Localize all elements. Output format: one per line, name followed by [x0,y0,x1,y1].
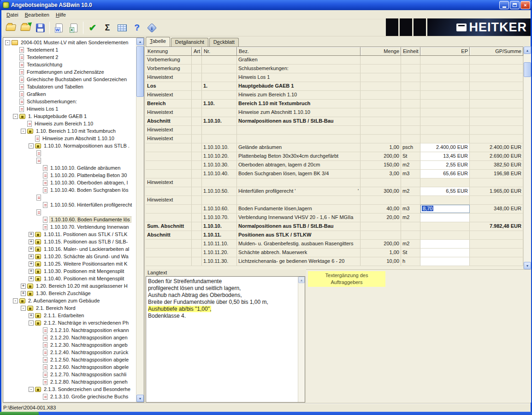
cell-ep-input[interactable] [420,108,470,117]
tree-item[interactable]: 2. Außenanlagen zum Gebäude [3,297,136,304]
table-grid-icon[interactable] [115,21,129,35]
table-row[interactable]: 1.10.10.70. Verblendung Innenwand VHSV 2… [146,213,523,222]
tree-item[interactable]: 1.10.16. Maler- und Lackierarbeiten al [3,245,136,253]
save-icon[interactable] [33,21,47,35]
cell-ep-input[interactable] [420,231,470,239]
tree-item[interactable]: Tabulatoren und Tabellen [3,83,136,90]
cell-ep-input[interactable]: 2,55 EUR [420,161,470,169]
tree-expander-icon[interactable] [21,291,26,296]
cell-ep-input[interactable]: 13,45 EUR [420,152,470,160]
tree-item[interactable]: 2.1.2.60. Nachtragsposition abgele [3,363,136,371]
table-row[interactable]: 1.10.10.50. Hinterfüllen profilgerecht '… [146,187,523,196]
tree-expander-icon[interactable] [29,261,34,267]
table-row[interactable]: Hinweistext [146,135,523,143]
tree-item[interactable]: 2.1.3.10. Große griechische Buchs [3,393,136,400]
tree-item[interactable]: Formatierungen und Zeichensätze [3,68,136,76]
tab[interactable]: Deckblatt [209,38,239,47]
menu-item[interactable]: Hilfe [53,11,69,18]
tree-expander-icon[interactable] [29,276,34,281]
scroll-up-icon[interactable]: ▲ [524,47,531,54]
tree-expander-icon[interactable] [29,239,34,244]
tree-item[interactable]: 1.10.10.50. Hinterfüllen profilgerecht [3,201,136,208]
table-row[interactable]: 1.10.10.20. Plattenbelag Beton 30x30x4cm… [146,152,523,161]
langtext-scrollbar[interactable]: ▲ [298,277,305,402]
scroll-down-icon[interactable]: ▼ [136,395,144,402]
tree-item[interactable]: 2.1.2. Nachträge in verschiedenen Ph [3,319,136,326]
tree-item[interactable]: 1.10.20. Schächte als Grund- und Wa [3,253,136,260]
cell-ep-input[interactable] [420,178,470,187]
tree-expander-icon[interactable] [13,114,18,119]
table-row[interactable]: Hinweistext [146,126,523,135]
tree-item[interactable] [3,194,136,201]
tree-item[interactable]: 1.10.15. Positionen aus STLB / StLB- [3,238,136,245]
table-row[interactable]: Hinweistext Hinweise zum Abschnitt 1.10.… [146,108,523,117]
tree-expander-icon[interactable] [29,247,34,252]
tree-item[interactable]: Schlussbemerkungen: [3,98,136,105]
table-row[interactable]: Hinweistext Hinweis zum Bereich 1.10 [146,91,523,100]
cell-ep-input[interactable] [420,100,470,108]
tree-item[interactable]: 2.1.2.10. Nachtragsposition erkann [3,326,136,334]
cell-ep-input[interactable] [420,257,470,266]
cell-ep-input[interactable] [420,249,470,257]
tree-item[interactable]: 2.1.2.80. Nachtragsposition geneh [3,378,136,385]
tree-item[interactable]: 1. Hauptgebäude GAEB 1 [3,113,136,120]
cell-ep-input[interactable]: 6,55 EUR [420,187,470,196]
col-header-gp[interactable]: GP/Summe [470,47,523,55]
tree-scrollbar[interactable]: ▲ ▼ [136,38,144,402]
tab[interactable]: Tabelle [146,37,170,47]
tree-expander-icon[interactable] [21,306,26,311]
scroll-thumb[interactable] [136,46,144,97]
col-header-art[interactable]: Art [192,47,202,55]
col-header-einheit[interactable]: Einheit [401,47,420,55]
table-row[interactable]: 1.10.11.20. Schächte abbrech. Mauerwerk … [146,249,523,257]
tree-item[interactable]: 1.10.10.40. Boden Suchgraben lös [3,186,136,194]
scroll-up-icon[interactable]: ▲ [136,38,144,45]
tree-expander-icon[interactable] [29,320,34,326]
tree-item[interactable]: 1.10.10.10. Gelände abräumen [3,164,136,172]
info-diamond-icon[interactable]: i [145,21,159,35]
cell-ep-input[interactable] [420,56,470,64]
cell-ep-input[interactable]: 8,70 [420,205,470,213]
table-row[interactable]: Abschnitt 1.10.11. Positionen aus STLK /… [146,231,523,240]
cell-ep-input[interactable]: 65,66 EUR [420,170,470,178]
tree-item[interactable]: Textausrichtung [3,61,136,68]
minimize-button[interactable] [499,1,509,9]
cell-ep-input[interactable] [420,126,470,134]
table-row[interactable]: Hinweistext Hinweis Los 1 [146,73,523,82]
restore-button[interactable] [510,1,520,9]
tree-item[interactable]: Hinweis Los 1 [3,105,136,113]
table-row[interactable]: Hinweistext [146,196,523,205]
tree-item[interactable]: 1.20. Bereich 10.20 mit ausgelassener H [3,282,136,290]
menu-item[interactable]: Datei [3,11,22,18]
check-icon[interactable]: ✔ [86,21,100,35]
table-scrollbar[interactable]: ▲ ▼ [523,47,531,269]
cell-ep-input[interactable] [420,196,470,204]
tab[interactable]: Detailansicht [171,38,208,47]
table-row[interactable]: Vorbemerkung Grafiken [146,56,523,65]
tree-item[interactable]: 2.1. Bereich Nord [3,304,136,312]
tree-item[interactable]: 1.10.25. Weitere Positionsarten mit K [3,260,136,267]
tree-expander-icon[interactable] [29,254,34,259]
tree-expander-icon[interactable] [5,40,10,45]
cell-ep-input[interactable] [420,240,470,248]
sum-sigma-icon[interactable]: Σ [100,21,114,35]
table-row[interactable]: Hinweistext [146,178,523,187]
tree-item[interactable]: 2004-001 Muster-LV mit allen Sondereleme… [3,39,136,46]
tree-item[interactable]: 1.10. Bereich 1.10 mit Textumbruch [3,127,136,135]
table-row[interactable]: Los 1. Hauptgebäude GAEB 1 [146,82,523,91]
tree-item[interactable]: Griechische Buchstaben und Sonderzeichen [3,76,136,83]
table-row[interactable]: Sum. Abschnitt 1.10.10. Normalpositionen… [146,222,523,231]
table-row[interactable]: 1.10.10.60. Boden Fundamente lösen,lager… [146,205,523,213]
table-row[interactable]: 1.10.10.30. Oberboden abtragen, lagern d… [146,161,523,170]
menu-item[interactable]: Bearbeiten [22,11,53,18]
scroll-down-icon[interactable]: ▼ [524,262,531,269]
tree-expander-icon[interactable] [29,313,34,318]
table-row[interactable]: 1.10.11.30. Lichtzeichenanla- ge bediene… [146,257,523,266]
table-row[interactable]: Vorbemerkung Schlussbemerkungen: [146,65,523,73]
col-header-nr[interactable]: Nr. [202,47,237,55]
table-row[interactable]: 1.10.10.40. Boden Suchgraben lösen, lage… [146,170,523,178]
col-header-menge[interactable]: Menge [361,47,401,55]
tree-item[interactable]: 1.30. Bereich Zuschläge [3,290,136,297]
import-folder-icon[interactable] [18,21,32,35]
scroll-thumb[interactable] [524,62,531,77]
